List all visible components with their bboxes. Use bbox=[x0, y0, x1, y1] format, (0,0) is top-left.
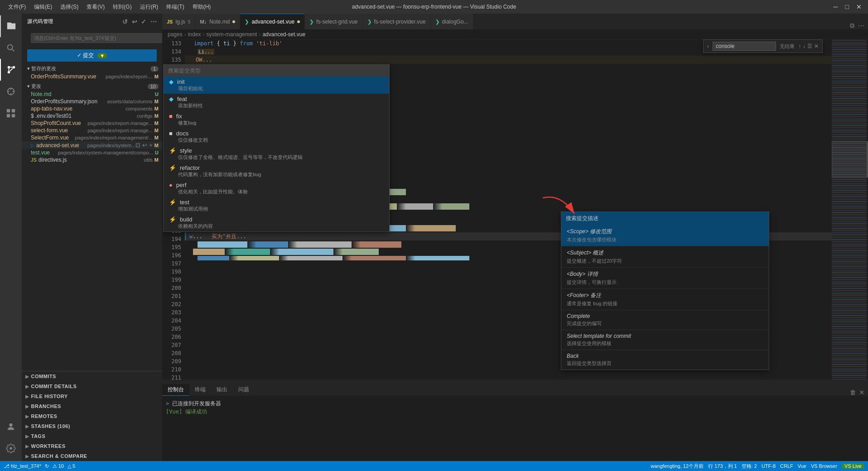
panel-tab-terminal[interactable]: 终端 bbox=[189, 384, 211, 396]
changes-file-select-form[interactable]: select-form.vue pages/index/report-manag… bbox=[22, 127, 162, 134]
panel-clear-icon[interactable]: 🗑 bbox=[850, 389, 856, 396]
sidebar-commit-all-icon[interactable]: ✓ bbox=[141, 18, 147, 25]
tab-advanced-set[interactable]: ❯ advanced-set.vue bbox=[240, 14, 305, 29]
section-stashes[interactable]: ▶ STASHES (106) bbox=[22, 421, 162, 431]
tab-note-md[interactable]: M↓ Note.md bbox=[195, 14, 240, 29]
file-compare-icon[interactable]: ⊡ bbox=[135, 142, 140, 149]
activity-debug[interactable] bbox=[0, 81, 22, 102]
changes-file-shop[interactable]: ShopProfitCount.vue pages/index/report-m… bbox=[22, 120, 162, 127]
section-worktrees[interactable]: ▶ WORKTREES bbox=[22, 441, 162, 451]
menu-edit[interactable]: 编辑(E) bbox=[30, 2, 56, 12]
tab-fs-provider[interactable]: ❯ fs-select-provider.vue bbox=[363, 14, 431, 29]
find-bar-input[interactable] bbox=[713, 42, 776, 51]
activity-source-control[interactable] bbox=[0, 59, 22, 81]
staged-changes-header[interactable]: ▾ 暂存的更改 1 bbox=[22, 64, 162, 73]
menu-file[interactable]: 文件(F) bbox=[5, 2, 29, 12]
status-browser[interactable]: VS Browser bbox=[811, 463, 837, 469]
window-controls[interactable]: ─ □ ✕ bbox=[832, 3, 863, 10]
status-eol[interactable]: CRLF bbox=[780, 463, 793, 469]
commit-type-docs[interactable]: ■ docs 仅仅修改文档 bbox=[164, 128, 389, 145]
find-close-icon[interactable]: ✕ bbox=[814, 43, 819, 49]
menu-help[interactable]: 帮助(H) bbox=[189, 2, 215, 12]
sidebar-undo-icon[interactable]: ↩ bbox=[132, 18, 138, 25]
menu-terminal[interactable]: 终端(T) bbox=[163, 2, 188, 12]
breadcrumb-pages[interactable]: pages bbox=[168, 31, 183, 38]
sidebar-actions[interactable]: ↺ ↩ ✓ ⋯ bbox=[122, 18, 157, 25]
commit-button[interactable]: ✓ 提交 ▼ bbox=[27, 49, 157, 62]
tab-dialog[interactable]: ❯ dialogGo... bbox=[431, 14, 473, 29]
tab-lg-js[interactable]: JS lg.js 5 bbox=[162, 14, 195, 29]
staged-file-0[interactable]: OrderProfitsSunmmary.vue pages/index/rep… bbox=[22, 73, 162, 80]
commit-desc-scope[interactable]: <Scope> 修改范围 本次修改包含哪些模块 bbox=[561, 225, 769, 246]
status-warnings[interactable]: △ 5 bbox=[68, 463, 75, 469]
commit-type-test[interactable]: ⚡ test 增加测试用例 bbox=[164, 197, 389, 214]
commit-type-perf[interactable]: ● perf 优化相关，比如提升性能、体验 bbox=[164, 180, 389, 197]
commit-type-feat[interactable]: ◆ feat 添加新特性 bbox=[164, 94, 389, 111]
find-prev-icon[interactable]: ↑ bbox=[798, 43, 801, 49]
changes-file-directives[interactable]: JS directives.js utils M bbox=[22, 156, 162, 163]
section-commit-details[interactable]: ▶ COMMIT DETAILS bbox=[22, 381, 162, 391]
commit-desc-complete[interactable]: Complete 完成提交的编写 bbox=[561, 310, 769, 330]
restore-button[interactable]: □ bbox=[844, 3, 851, 10]
file-restore-icon[interactable]: ↩ bbox=[142, 142, 147, 149]
changes-file-selectform[interactable]: SelectForm.vue pages/index/report-manage… bbox=[22, 134, 162, 141]
commit-desc-subject[interactable]: <Subject> 概述 提交概述，不超过20字符 bbox=[561, 246, 769, 268]
commit-desc-body[interactable]: <Body> 详情 提交详情，可换行显示 bbox=[561, 268, 769, 289]
commit-type-build[interactable]: ⚡ build 依赖相关的内容 bbox=[164, 214, 389, 231]
file-stage-icon[interactable]: + bbox=[149, 142, 153, 149]
changes-file-env[interactable]: $ .env.devTest01 configs M bbox=[22, 112, 162, 120]
commit-type-init[interactable]: ◆ init 项目初始化 bbox=[164, 77, 389, 94]
sidebar-menu-icon[interactable]: ⋯ bbox=[150, 18, 157, 25]
commit-type-refactor[interactable]: ⚡ refactor 代码重构，没有加新功能或者修复bug bbox=[164, 163, 389, 180]
status-sync[interactable]: ↻ bbox=[45, 463, 49, 469]
changes-file-json[interactable]: OrderProfitsSunmmary.json assets/data/co… bbox=[22, 98, 162, 105]
commit-desc-template[interactable]: Select template for commit 选择提交使用的模板 bbox=[561, 330, 769, 350]
breadcrumb-index[interactable]: index bbox=[188, 31, 201, 38]
find-next-icon[interactable]: ↓ bbox=[803, 43, 805, 49]
breadcrumb-system[interactable]: system-management bbox=[206, 31, 257, 38]
changes-header[interactable]: ▾ 更改 10 bbox=[22, 82, 162, 91]
activity-extensions[interactable] bbox=[0, 102, 22, 124]
status-language[interactable]: Vue bbox=[798, 463, 806, 469]
changes-file-advanced[interactable]: ▷ advanced-set.vue pages/index/system...… bbox=[22, 141, 162, 149]
commit-type-fix[interactable]: ■ fix 修复bug bbox=[164, 111, 389, 128]
menu-run[interactable]: 运行(R) bbox=[136, 2, 162, 12]
section-tags[interactable]: ▶ TAGS bbox=[22, 431, 162, 441]
status-encoding[interactable]: UTF-8 bbox=[762, 463, 776, 469]
activity-settings[interactable] bbox=[0, 437, 22, 459]
minimize-button[interactable]: ─ bbox=[832, 3, 840, 10]
split-editor-icon[interactable]: ⧉ bbox=[850, 22, 854, 29]
activity-explorer[interactable] bbox=[0, 15, 22, 37]
panel-tab-output[interactable]: 输出 bbox=[211, 384, 233, 396]
find-filter-icon[interactable]: ☰ bbox=[807, 43, 812, 49]
status-line-col[interactable]: 行 173，列 1 bbox=[708, 463, 737, 470]
commit-dropdown-icon[interactable]: ▼ bbox=[97, 53, 107, 58]
tab-fs-grid[interactable]: ❯ fs-select-grid.vue bbox=[305, 14, 362, 29]
commit-desc-back[interactable]: Back 返回提交类型选择页 bbox=[561, 350, 769, 370]
more-tabs-icon[interactable]: ⋯ bbox=[858, 22, 864, 29]
status-errors[interactable]: ⚠ 10 bbox=[53, 463, 64, 469]
section-remotes[interactable]: ▶ REMOTES bbox=[22, 411, 162, 421]
close-button[interactable]: ✕ bbox=[854, 3, 863, 10]
section-branches[interactable]: ▶ BRANCHES bbox=[22, 401, 162, 411]
section-file-history[interactable]: ▶ FILE HISTORY bbox=[22, 391, 162, 401]
menu-view[interactable]: 查看(V) bbox=[83, 2, 108, 12]
commit-type-search-input[interactable] bbox=[168, 67, 385, 74]
menu-bar[interactable]: 文件(F) 编辑(E) 选择(S) 查看(V) 转到(G) 运行(R) 终端(T… bbox=[5, 2, 214, 12]
menu-select[interactable]: 选择(S) bbox=[57, 2, 82, 12]
activity-account[interactable] bbox=[0, 416, 22, 437]
commit-message-input[interactable] bbox=[31, 33, 162, 43]
section-search-compare[interactable]: ▶ SEARCH & COMPARE bbox=[22, 451, 162, 461]
commit-type-style[interactable]: ⚡ style 仅仅修改了全格、格式缩进、逗号等等，不改变代码逻辑 bbox=[164, 145, 389, 163]
status-live[interactable]: VS Live bbox=[842, 463, 864, 469]
sidebar-refresh-icon[interactable]: ↺ bbox=[122, 18, 128, 25]
activity-search[interactable] bbox=[0, 37, 22, 59]
changes-file-test[interactable]: test.vue pages/index/system-management/c… bbox=[22, 149, 162, 156]
status-indent[interactable]: 空格: 2 bbox=[742, 463, 757, 470]
panel-tab-console[interactable]: 控制台 bbox=[162, 384, 189, 396]
section-commits[interactable]: ▶ COMMITS bbox=[22, 371, 162, 381]
status-branch[interactable]: ⎇ hlz_test_374* bbox=[4, 463, 41, 469]
changes-file-tabs[interactable]: app-tabs-nav.vue components M bbox=[22, 105, 162, 112]
panel-close-icon[interactable]: ✕ bbox=[859, 389, 864, 396]
menu-goto[interactable]: 转到(G) bbox=[109, 2, 135, 12]
